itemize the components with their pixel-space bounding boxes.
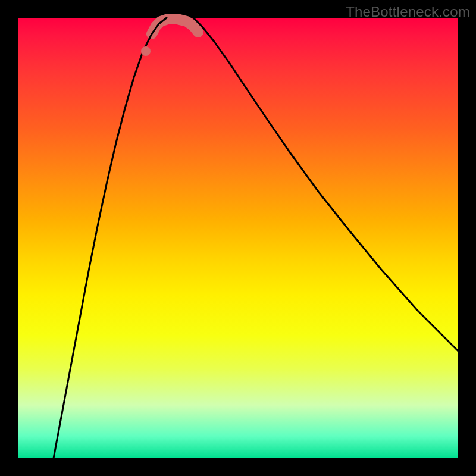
chart-frame: TheBottleneck.com (0, 0, 476, 476)
pink-floor-segment (152, 19, 198, 34)
left-curve (54, 18, 167, 458)
right-curve (193, 18, 458, 351)
curve-layer (18, 18, 458, 458)
pink-dot-marker (141, 46, 151, 56)
watermark-text: TheBottleneck.com (346, 4, 470, 20)
